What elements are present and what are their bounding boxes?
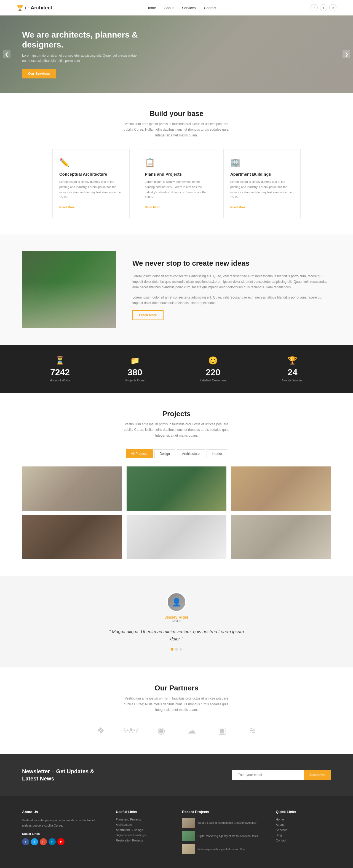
nav-facebook-icon[interactable]: f [311,4,318,11]
hero-cta-button[interactable]: Our Services [22,69,56,79]
nav-services[interactable]: Services [182,6,196,10]
project-item[interactable] [22,515,122,559]
footer-quick-home[interactable]: Home [276,818,331,821]
filter-architecture-button[interactable]: Architecture [177,449,205,458]
ideas-section: We never stop to create new ideas Lorem … [0,235,353,345]
logo[interactable]: 🏆 i - Architect [16,4,52,11]
footer-googleplus-icon[interactable]: g+ [40,838,47,845]
projects-description: Vestibulum ante ipsum primis in faucibus… [121,422,232,438]
nav-home[interactable]: Home [146,6,156,10]
footer-link-apartment[interactable]: Apartment Buildings [116,828,171,832]
stat-hours-icon: ⏳ [50,356,71,365]
card-plans-icon: 📋 [145,158,208,167]
stat-customers-icon: 😊 [200,356,226,365]
footer-link-plans[interactable]: Plans and Projects [116,818,171,821]
newsletter-form: Subscribe [232,770,331,780]
hero-prev-arrow[interactable]: ❮ [3,50,10,58]
project-item[interactable] [22,466,122,510]
ideas-text-2: Lorem ipsum dolor sit amet consectetur a… [132,295,331,306]
footer-social-links-title: Social Links [22,832,105,835]
stat-projects-value: 380 [126,367,144,377]
footer-project-text-3: Picturesque with super Indoor and Vue [198,847,245,851]
dot-3[interactable] [180,648,182,651]
card-apartment-link[interactable]: Read More [230,206,246,209]
dot-1[interactable] [171,648,173,651]
partner-logo-3: ◉ [152,723,171,737]
ideas-content: We never stop to create new ideas Lorem … [132,259,331,320]
footer-link-architecture[interactable]: Architecture [116,823,171,826]
testimonial-role: Worker [22,619,331,623]
stat-projects-icon: 📁 [126,356,144,365]
project-item[interactable] [231,515,331,559]
footer-quick-services[interactable]: Services [276,828,331,832]
nav-about[interactable]: About [164,6,174,10]
hero-next-arrow[interactable]: ❯ [343,50,350,58]
footer-linkedin-icon[interactable]: in [48,838,56,845]
partner-logo-6: ≋ [243,723,262,737]
footer-recent-projects-title: Recent Projects [182,810,265,814]
stat-hours-label: Hours of Works [50,379,71,382]
card-conceptual-text: Lorem ipsum is simply dummy text of the … [59,179,123,200]
footer-quick-blog[interactable]: Blog [276,834,331,837]
ideas-learn-more-button[interactable]: Learn More [132,310,164,320]
stat-customers-label: Satisfied Customers [200,379,226,382]
nav-instagram-icon[interactable]: in [329,4,337,11]
stat-projects-label: Projects Done [126,379,144,382]
card-apartment-text: Lorem ipsum is simply dummy text of the … [230,179,294,200]
testimonial-dots [22,648,331,651]
footer-project-item: We are Leading International Consulting … [182,818,265,828]
hero-content: We are architects, planners & designers.… [22,30,138,79]
newsletter-subscribe-button[interactable]: Subscribe [304,770,331,780]
filter-interior-button[interactable]: Interior [207,449,227,458]
footer-youtube-icon[interactable]: ▶ [57,838,65,845]
stat-awards-icon: 🏆 [282,356,303,365]
footer-quick-about[interactable]: About [276,823,331,826]
footer-project-thumb-1 [182,818,195,828]
footer-grid: About Us Vestibulum ante ipsum primis in… [22,810,331,858]
testimonial-avatar: 👤 [167,592,186,612]
project-item[interactable] [127,466,227,510]
footer-link-restoration[interactable]: Restoration Projects [116,839,171,842]
footer-twitter-icon[interactable]: t [31,838,38,845]
card-apartment: 🏢 Apartment Buildings Lorem ipsum is sim… [223,149,301,218]
filter-all-button[interactable]: All Projects [126,449,153,458]
partner-logo-2: ʕ•ᴥ•ʔ [121,723,141,737]
footer-facebook-icon[interactable]: f [22,838,29,845]
projects-section: Projects Vestibulum ante ipsum primis in… [0,393,353,576]
card-conceptual: ✏️ Conceptual Architecture Lorem ipsum i… [52,149,130,218]
footer-link-skyscrapers[interactable]: Skyscrapers Buildings [116,834,171,837]
footer-about-text: Vestibulum ante ipsum primis in faucibus… [22,818,105,828]
nav-contact[interactable]: Contact [204,6,216,10]
card-conceptual-link[interactable]: Read More [59,206,75,209]
card-conceptual-icon: ✏️ [59,158,123,167]
stat-customers: 😊 220 Satisfied Customers [200,356,226,382]
logo-icon: 🏆 [16,4,24,11]
stat-awards-label: Awards Winning [282,379,303,382]
stat-awards-value: 24 [282,367,303,377]
nav-links: Home About Services Contact [146,6,216,10]
stat-customers-value: 220 [200,367,226,377]
nav-twitter-icon[interactable]: t [320,4,327,11]
nav-social: f t in [311,4,337,11]
newsletter-title: Newsletter – Get Updates & Latest News [22,768,99,782]
card-plans-title: Plans and Projects [145,172,208,177]
stat-hours: ⏳ 7242 Hours of Works [50,356,71,382]
newsletter-email-input[interactable] [232,770,304,780]
ideas-title: We never stop to create new ideas [132,259,331,268]
card-conceptual-title: Conceptual Architecture [59,172,123,177]
testimonial-section: 👤 Jessey Rider Worker " Magna aliqua. Ut… [0,576,353,667]
footer-quick-links-title: Quick Links [276,810,331,814]
partner-logo-4: ☁ [182,723,201,737]
ideas-text-1: Lorem ipsum dolor sit amet consectetur a… [132,273,331,290]
footer-quick-contact[interactable]: Contact [276,839,331,842]
footer-social-links: f t g+ in ▶ [22,838,105,845]
footer-useful-links-title: Useful Links [116,810,171,814]
project-item[interactable] [231,466,331,510]
stats-section: ⏳ 7242 Hours of Works 📁 380 Projects Don… [0,345,353,393]
dot-2[interactable] [175,648,178,651]
navbar: 🏆 i - Architect Home About Services Cont… [0,0,353,16]
project-item[interactable] [127,515,227,559]
filter-design-button[interactable]: Design [154,449,175,458]
footer-project-item: Picturesque with super Indoor and Vue [182,844,265,854]
card-plans-link[interactable]: Read More [145,206,160,209]
